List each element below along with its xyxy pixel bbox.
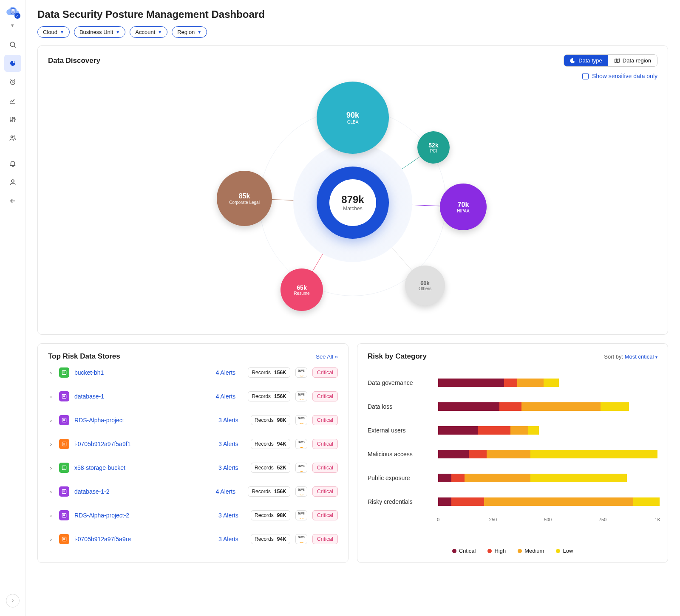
expand-chevron-icon[interactable]: › [48,417,54,424]
severity-badge: Critical [312,534,338,544]
store-name-link[interactable]: x58-storage-bucket [74,464,213,471]
risk-bar-track[interactable] [438,474,657,482]
filter-cloud[interactable]: Cloud▼ [37,26,70,38]
bubble-value: 52k [428,142,438,149]
sort-by: Sort by: Most critical ▾ [604,353,657,360]
sidebar-expand-button[interactable] [6,594,20,608]
caret-down-icon: ▾ [655,355,657,359]
store-name-link[interactable]: database-1-2 [74,488,210,495]
bubble-others[interactable]: 60kOthers [405,266,445,305]
risk-bar-row: Data loss [368,395,657,418]
filter-business-unit[interactable]: Business Unit▼ [74,26,125,38]
nav-back-exit-icon[interactable] [4,192,21,209]
risk-bar-segment-critical [438,497,451,506]
filter-bar: Cloud▼Business Unit▼Account▼Region▼ [37,26,668,38]
nav-dashboard-icon[interactable] [4,55,21,72]
expand-chevron-icon[interactable]: › [48,512,54,519]
bubble-pci[interactable]: 52kPCI [417,131,450,164]
nav-analytics-icon[interactable] [4,92,21,109]
risk-bar-track[interactable] [438,497,657,506]
store-alerts-link[interactable]: 3 Alerts [218,536,246,543]
records-badge: Records156K [248,367,290,378]
store-alerts-link[interactable]: 3 Alerts [218,441,246,447]
store-alerts-link[interactable]: 4 Alerts [215,488,243,495]
filter-label: Business Unit [79,29,113,35]
risk-bar-segment-medium [510,426,528,435]
bubble-glba[interactable]: 90kGLBA [317,82,389,154]
aws-provider-icon: aws‿ [295,486,307,497]
risk-bar-chart: Data governanceData lossExternal usersMa… [368,371,657,514]
risk-bar-row: Malicious access [368,442,657,466]
store-alerts-link[interactable]: 3 Alerts [218,512,246,519]
severity-badge: Critical [312,415,338,425]
expand-chevron-icon[interactable]: › [48,465,54,471]
expand-chevron-icon[interactable]: › [48,536,54,543]
nav-bell-icon[interactable] [4,155,21,172]
risk-bar-segment-medium [487,450,530,458]
svg-point-9 [14,136,15,137]
store-alerts-link[interactable]: 3 Alerts [218,464,246,471]
aws-provider-icon: aws‿ [295,415,307,425]
resource-icon [59,534,69,544]
bubble-label: HIPAA [457,209,469,213]
caret-down-icon: ▼ [158,30,162,34]
sort-value-dropdown[interactable]: Most critical ▾ [625,353,657,360]
risk-category-label: Data governance [368,379,431,386]
store-name-link[interactable]: database-1 [74,393,210,400]
nav-alarm-icon[interactable] [4,73,21,90]
nav-profile-icon[interactable] [4,174,21,191]
bubble-label: Others [419,286,431,291]
bubble-value: 85k [239,192,250,200]
filter-region[interactable]: Region▼ [172,26,207,38]
records-badge: Records52K [251,463,290,473]
store-name-link[interactable]: RDS-Alpha-project [74,417,213,424]
filter-label: Account [135,29,155,35]
risk-bar-segment-low [528,426,539,435]
resource-icon [59,367,69,378]
risk-bar-segment-medium [521,402,601,411]
store-name-link[interactable]: i-0705b912a97f5a9f1 [74,441,213,447]
risk-bar-segment-high [451,497,484,506]
risk-bar-track[interactable] [438,450,657,458]
axis-tick: 500 [544,517,552,522]
see-all-link[interactable]: See All » [316,353,338,360]
sidebar-collapse-caret-icon[interactable]: ▾ [4,20,21,34]
risk-bar-segment-high [499,402,521,411]
risk-bar-segment-high [469,450,486,458]
risk-title: Risk by Category [368,352,427,361]
bubble-label: PCI [430,149,437,153]
nav-users-icon[interactable] [4,130,21,147]
expand-chevron-icon[interactable]: › [48,489,54,495]
bubble-hipaa[interactable]: 70kHIPAA [440,184,487,230]
store-name-link[interactable]: bucket-bh1 [74,369,210,376]
toggle-data-region[interactable]: Data region [608,55,657,66]
records-badge: Records156K [248,391,290,401]
aws-provider-icon: aws‿ [295,510,307,520]
store-alerts-link[interactable]: 4 Alerts [215,369,243,376]
expand-chevron-icon[interactable]: › [48,393,54,400]
toggle-data-type[interactable]: Data type [564,55,608,66]
store-name-link[interactable]: RDS-Alpha-project-2 [74,512,213,519]
risk-bar-segment-critical [438,379,504,387]
sort-value-label: Most critical [625,353,654,360]
risk-bar-track[interactable] [438,426,657,435]
store-alerts-link[interactable]: 3 Alerts [218,417,246,424]
resource-icon [59,510,69,520]
svg-point-2 [10,42,15,47]
store-alerts-link[interactable]: 4 Alerts [215,393,243,400]
records-badge: Records98K [251,415,290,425]
expand-chevron-icon[interactable]: › [48,441,54,447]
nav-settings-sliders-icon[interactable] [4,111,21,128]
sensitive-only-checkbox[interactable]: Show sensitive data only [582,73,657,79]
axis-tick: 750 [599,517,606,522]
expand-chevron-icon[interactable]: › [48,370,54,376]
risk-bar-track[interactable] [438,379,657,387]
checkbox-box-icon [582,73,589,79]
sidebar: ✓ ▾ [0,0,26,616]
bubble-corp[interactable]: 85kCorporate Legal [217,171,272,226]
risk-bar-track[interactable] [438,402,657,411]
filter-account[interactable]: Account▼ [130,26,167,38]
nav-search-icon[interactable] [4,36,21,53]
store-name-link[interactable]: i-0705b912a97f5a9re [74,536,213,543]
bubble-resume[interactable]: 65kResume [280,268,323,311]
